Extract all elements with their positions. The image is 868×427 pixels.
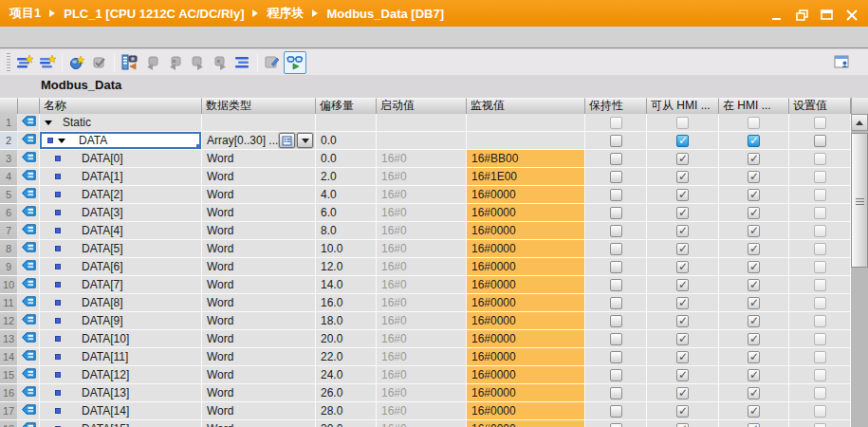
row-number[interactable]: 3 bbox=[0, 150, 18, 168]
retain-checkbox[interactable] bbox=[610, 171, 622, 183]
breadcrumb-program-blocks[interactable]: 程序块 bbox=[267, 5, 304, 22]
name-cell[interactable]: DATA[7] bbox=[40, 276, 202, 294]
start-value-cell[interactable]: 16#0 bbox=[377, 330, 467, 348]
retain-checkbox[interactable] bbox=[610, 189, 622, 201]
name-cell[interactable]: Static bbox=[40, 114, 202, 132]
breadcrumb-plc[interactable]: PLC_1 [CPU 1212C AC/DC/Rly] bbox=[64, 7, 244, 21]
name-cell[interactable]: DATA[5] bbox=[40, 240, 202, 258]
hmi-visible-checkbox[interactable] bbox=[748, 135, 760, 147]
name-cell[interactable]: DATA[2] bbox=[40, 186, 202, 204]
data-type-cell[interactable]: Word bbox=[202, 420, 316, 427]
row-number[interactable]: 8 bbox=[0, 240, 18, 258]
hmi-visible-checkbox[interactable] bbox=[748, 333, 760, 345]
start-value-cell[interactable]: 16#0 bbox=[377, 240, 467, 258]
header-offset[interactable]: 偏移量 bbox=[316, 98, 377, 114]
data-type-cell[interactable]: Word bbox=[202, 294, 316, 312]
name-cell[interactable]: DATA[10] bbox=[40, 330, 202, 348]
row-number[interactable]: 4 bbox=[0, 168, 18, 186]
start-value-cell[interactable]: 16#0 bbox=[377, 204, 467, 222]
name-cell[interactable]: DATA[11] bbox=[40, 348, 202, 366]
hmi-accessible-checkbox[interactable] bbox=[676, 189, 689, 201]
row-number[interactable]: 16 bbox=[0, 384, 18, 402]
hmi-visible-checkbox[interactable] bbox=[748, 261, 760, 273]
name-cell[interactable]: DATA[12] bbox=[40, 366, 202, 384]
snapshot-monitor-values-icon[interactable] bbox=[118, 51, 140, 74]
row-number[interactable]: 9 bbox=[0, 258, 18, 276]
hmi-accessible-checkbox[interactable] bbox=[676, 207, 689, 219]
name-cell[interactable]: DATA[15] bbox=[40, 420, 202, 427]
edit-properties-icon[interactable] bbox=[261, 51, 284, 74]
retain-checkbox[interactable] bbox=[610, 297, 622, 309]
data-type-cell[interactable]: Word bbox=[202, 150, 316, 168]
row-number[interactable]: 7 bbox=[0, 222, 18, 240]
row-number[interactable]: 17 bbox=[0, 402, 18, 420]
start-value-cell[interactable]: 16#0 bbox=[377, 186, 467, 204]
name-cell[interactable]: DATA[9] bbox=[40, 312, 202, 330]
expand-arrow-icon[interactable] bbox=[58, 139, 65, 143]
data-type-cell[interactable]: Word bbox=[202, 312, 316, 330]
expand-arrow-icon[interactable] bbox=[45, 121, 52, 125]
restore-button[interactable] bbox=[796, 8, 809, 19]
data-type-cell[interactable]: Word bbox=[202, 330, 316, 348]
data-type-cell[interactable]: Array[0..30] ... bbox=[202, 132, 316, 150]
data-type-cell[interactable]: Word bbox=[202, 276, 316, 294]
name-cell[interactable]: DATA bbox=[40, 132, 202, 150]
start-value-cell[interactable]: 16#0 bbox=[377, 420, 467, 427]
hmi-visible-checkbox[interactable] bbox=[748, 243, 760, 255]
scroll-up-button[interactable] bbox=[851, 114, 868, 131]
close-button[interactable] bbox=[845, 8, 859, 19]
start-value-cell[interactable]: 16#0 bbox=[377, 384, 467, 402]
copy-to-start-values-all-icon[interactable] bbox=[209, 51, 231, 74]
hmi-accessible-checkbox[interactable] bbox=[676, 423, 689, 427]
row-number[interactable]: 12 bbox=[0, 312, 18, 330]
data-type-cell[interactable]: Word bbox=[202, 186, 316, 204]
start-value-cell[interactable]: 16#0 bbox=[377, 294, 467, 312]
hmi-accessible-checkbox[interactable] bbox=[676, 315, 689, 327]
breadcrumb-project[interactable]: 项目1 bbox=[9, 5, 41, 22]
hmi-accessible-checkbox[interactable] bbox=[676, 405, 689, 418]
maximize-button[interactable] bbox=[821, 8, 834, 19]
hmi-accessible-checkbox[interactable] bbox=[676, 171, 689, 183]
hmi-accessible-checkbox[interactable] bbox=[676, 387, 689, 399]
hmi-accessible-checkbox[interactable] bbox=[676, 261, 689, 273]
name-cell[interactable]: DATA[0] bbox=[40, 150, 202, 168]
hmi-visible-checkbox[interactable] bbox=[748, 189, 760, 201]
header-name[interactable]: 名称 bbox=[40, 98, 202, 114]
hmi-visible-checkbox[interactable] bbox=[748, 351, 760, 363]
header-setpoint[interactable]: 设置值 bbox=[789, 98, 851, 114]
data-type-cell[interactable] bbox=[202, 114, 316, 132]
row-number[interactable]: 18 bbox=[0, 420, 18, 427]
retain-checkbox[interactable] bbox=[610, 315, 622, 327]
retain-checkbox[interactable] bbox=[610, 351, 622, 363]
hmi-visible-checkbox[interactable] bbox=[748, 369, 760, 381]
row-number[interactable]: 10 bbox=[0, 276, 18, 294]
start-value-cell[interactable]: 16#0 bbox=[377, 312, 467, 330]
row-number[interactable]: 14 bbox=[0, 348, 18, 366]
hmi-visible-checkbox[interactable] bbox=[748, 315, 760, 327]
scrollbar-thumb[interactable] bbox=[851, 133, 868, 268]
hmi-accessible-checkbox[interactable] bbox=[676, 225, 689, 237]
expand-all-icon[interactable] bbox=[231, 51, 254, 74]
retain-checkbox[interactable] bbox=[610, 405, 622, 418]
start-value-cell[interactable]: 16#0 bbox=[377, 168, 467, 186]
header-start-value[interactable]: 启动值 bbox=[377, 98, 467, 114]
data-type-cell[interactable]: Word bbox=[202, 348, 316, 366]
monitor-all-icon[interactable] bbox=[284, 51, 306, 74]
hmi-visible-checkbox[interactable] bbox=[748, 279, 760, 291]
row-number[interactable]: 6 bbox=[0, 204, 18, 222]
start-value-cell[interactable]: 16#0 bbox=[377, 222, 467, 240]
hmi-accessible-checkbox[interactable] bbox=[676, 243, 689, 255]
type-browse-button[interactable] bbox=[279, 133, 295, 148]
name-cell[interactable]: DATA[8] bbox=[40, 294, 202, 312]
name-cell[interactable]: DATA[6] bbox=[40, 258, 202, 276]
hmi-accessible-checkbox[interactable] bbox=[676, 351, 689, 363]
retain-checkbox[interactable] bbox=[610, 333, 622, 345]
row-number[interactable]: 1 bbox=[0, 114, 18, 132]
data-type-cell[interactable]: Word bbox=[202, 222, 316, 240]
retain-checkbox[interactable] bbox=[610, 225, 622, 237]
data-type-cell[interactable]: Word bbox=[202, 204, 316, 222]
retain-checkbox[interactable] bbox=[610, 243, 622, 255]
reset-start-values-icon[interactable] bbox=[65, 51, 88, 74]
update-interface-icon[interactable] bbox=[88, 51, 111, 74]
hmi-visible-checkbox[interactable] bbox=[748, 405, 760, 418]
